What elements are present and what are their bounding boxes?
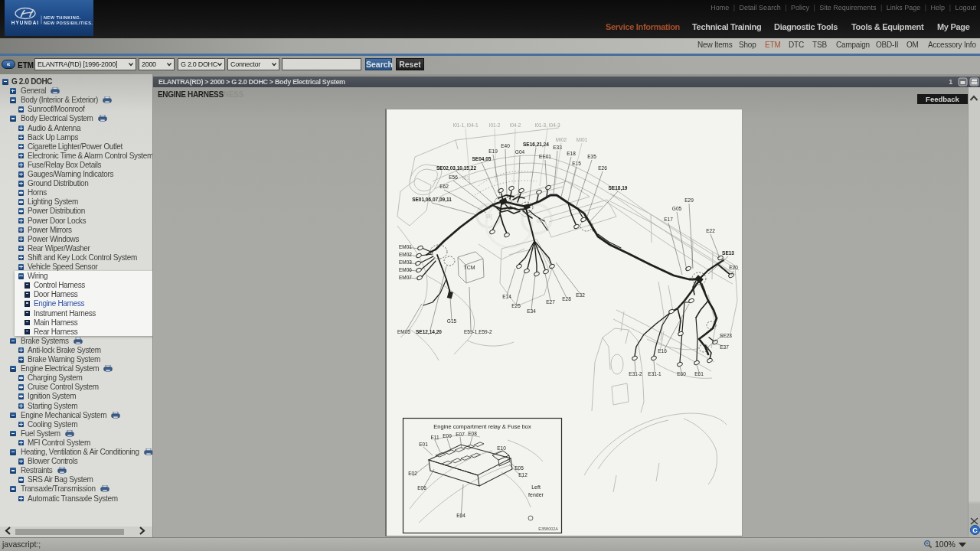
svg-text:EM02: EM02 [399, 252, 412, 257]
svg-text:EM01: EM01 [399, 244, 412, 249]
svg-text:EM05: EM05 [397, 329, 410, 334]
svg-text:E32: E32 [576, 292, 585, 298]
svg-text:E19: E19 [488, 148, 498, 154]
svg-text:E09: E09 [443, 433, 452, 439]
svg-text:E40: E40 [501, 143, 510, 148]
svg-text:E59-1,E59-2: E59-1,E59-2 [464, 329, 492, 334]
svg-text:G04: G04 [515, 149, 525, 155]
svg-text:fender: fender [528, 492, 544, 497]
svg-text:E35: E35 [587, 154, 596, 159]
svg-text:03: 03 [537, 218, 543, 223]
svg-text:E17: E17 [664, 217, 673, 222]
svg-text:EM06: EM06 [399, 267, 412, 272]
svg-text:E27: E27 [546, 299, 555, 305]
svg-text:SE04,05: SE04,05 [472, 156, 492, 162]
svg-text:E56: E56 [449, 174, 458, 180]
svg-text:NEW THINKING.: NEW THINKING. [44, 15, 81, 20]
svg-text:E22: E22 [706, 228, 715, 233]
svg-text:E28: E28 [562, 296, 571, 302]
svg-text:E60: E60 [677, 371, 686, 377]
svg-text:E61: E61 [694, 371, 704, 377]
svg-text:E18: E18 [567, 151, 576, 156]
svg-text:MI01: MI01 [577, 137, 588, 142]
svg-text:E31-1: E31-1 [648, 371, 662, 377]
svg-text:NEW POSSIBILITIES.: NEW POSSIBILITIES. [44, 21, 93, 25]
svg-text:SE18,19: SE18,19 [609, 185, 628, 191]
svg-text:SE01,06,07,09,11: SE01,06,07,09,11 [412, 197, 452, 203]
svg-text:E10: E10 [497, 445, 506, 451]
svg-text:E26: E26 [598, 165, 607, 171]
svg-text:EE01: EE01 [539, 154, 551, 159]
svg-text:E08: E08 [468, 431, 477, 436]
svg-text:E20: E20 [729, 265, 738, 270]
svg-text:SE13: SE13 [722, 250, 734, 256]
svg-text:E31-2: E31-2 [629, 371, 642, 377]
svg-text:E01: E01 [419, 442, 428, 447]
svg-text:E16: E16 [658, 348, 667, 354]
svg-text:EM03: EM03 [399, 259, 412, 265]
svg-text:SE12,14,20: SE12,14,20 [416, 329, 442, 335]
svg-text:SI(: SI( [485, 214, 493, 220]
svg-text:E358002A: E358002A [538, 527, 558, 531]
svg-text:SE23: SE23 [720, 333, 732, 338]
svg-text:TCM: TCM [463, 265, 475, 270]
svg-text:E06: E06 [417, 485, 426, 491]
svg-text:SE02,03,10,15,22: SE02,03,10,15,22 [436, 165, 476, 171]
svg-text:MI02: MI02 [556, 137, 567, 142]
svg-text:I04-2: I04-2 [510, 122, 521, 128]
svg-text:E62: E62 [439, 184, 449, 189]
svg-text:E11: E11 [430, 435, 439, 440]
svg-text:I01-3, I04-3: I01-3, I04-3 [534, 122, 560, 128]
svg-text:E07: E07 [456, 432, 465, 437]
svg-text:G05: G05 [672, 206, 682, 211]
svg-text:I01-2: I01-2 [489, 122, 501, 128]
svg-text:Engine compartment relay & Fus: Engine compartment relay & Fuse box [433, 423, 531, 430]
svg-text:EM07: EM07 [399, 275, 412, 280]
svg-text:HYUNDAI: HYUNDAI [11, 20, 39, 25]
svg-text:E29: E29 [684, 197, 694, 203]
svg-text:Left: Left [531, 484, 541, 490]
svg-text:I01-1, I04-1: I01-1, I04-1 [452, 122, 479, 128]
